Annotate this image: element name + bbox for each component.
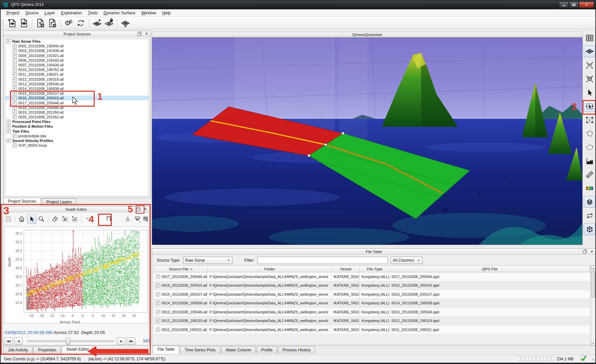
checkbox-checked-icon[interactable]	[13, 44, 17, 48]
view-surface-button[interactable]	[584, 46, 595, 57]
menu-item[interactable]: Exploration	[58, 10, 85, 16]
tree-item[interactable]: 0002_20110308_190940.all	[5, 44, 149, 48]
bottom-tab[interactable]: Profile	[256, 346, 277, 354]
select-object-tool-button[interactable]	[584, 100, 595, 112]
ping-slider[interactable]	[27, 340, 114, 342]
menu-item[interactable]: Window	[138, 10, 159, 16]
close-panel-icon[interactable]: ✕	[142, 207, 148, 212]
checkbox-checked-icon[interactable]	[13, 82, 17, 86]
scene-bounds-tool-button[interactable]	[584, 223, 595, 235]
rotate-view-tool-button[interactable]	[584, 210, 595, 221]
bottom-tab[interactable]: Job Activity	[3, 346, 33, 354]
menu-item[interactable]: Help	[159, 10, 174, 16]
slice-tool-button[interactable]	[104, 214, 114, 224]
checkbox-checked-icon[interactable]	[156, 328, 160, 332]
checkbox-checked-icon[interactable]	[13, 110, 17, 114]
prev-ping-button[interactable]: ◀	[14, 337, 23, 345]
close-panel-icon[interactable]: ✕	[144, 31, 149, 36]
bottom-tab[interactable]: Water Column	[221, 346, 256, 354]
profile-tool-button[interactable]	[584, 155, 595, 167]
checkbox-checked-icon[interactable]	[7, 139, 11, 143]
tree-item[interactable]: 0006_20110308_193043.all	[5, 58, 149, 63]
checkbox-checked-icon[interactable]	[156, 275, 160, 279]
checkbox-checked-icon[interactable]	[13, 134, 17, 138]
checkbox-checked-icon[interactable]	[13, 49, 17, 53]
pointer-tool-button[interactable]	[584, 87, 595, 98]
checkbox-checked-icon[interactable]	[13, 68, 17, 72]
display-options-button[interactable]	[143, 214, 149, 224]
tree-item[interactable]: Processed Point Files	[5, 119, 149, 124]
tree-item[interactable]: 0018_20110308_200946.all	[5, 105, 149, 110]
toolbar-grip[interactable]	[1, 19, 4, 27]
select-polygon-tool-button[interactable]	[584, 128, 595, 139]
table-row[interactable]: 0014_20110308_195838.all F:\QimeraQuicks…	[154, 299, 590, 308]
add-processed-point-files-button[interactable]	[46, 18, 58, 28]
project-sources-header[interactable]: Project Sources ✕	[4, 31, 150, 37]
col-source-file[interactable]: Source File ▲	[154, 266, 208, 272]
tree-item[interactable]: 0016_20110308_200415.all	[5, 96, 149, 100]
file-table-header[interactable]: File Table ✕	[152, 249, 596, 255]
scene-3d-view[interactable]	[152, 37, 583, 245]
tree-item[interactable]: 0017_20110308_200646.all	[5, 100, 149, 105]
colormap-tool-button[interactable]	[584, 182, 595, 194]
measure-tool-button[interactable]	[584, 169, 595, 180]
menu-item[interactable]: Layer	[42, 10, 58, 16]
tree-item[interactable]: Position & Motion Files	[5, 124, 149, 129]
tree-item[interactable]: 0004_20110308_192321.all	[5, 53, 149, 58]
filter-input[interactable]	[257, 257, 388, 264]
select-points-tool-button[interactable]	[584, 114, 595, 126]
checkbox-checked-icon[interactable]	[13, 87, 17, 91]
tree-item[interactable]: 0013_20110308_195546.all	[5, 82, 149, 86]
project-panel-tab[interactable]: Project Sources	[3, 198, 41, 206]
multibeam-display-button[interactable]	[133, 214, 142, 224]
create-project-button[interactable]	[6, 18, 18, 28]
checkbox-checked-icon[interactable]	[156, 310, 160, 314]
add-raw-sonar-files-button[interactable]	[34, 18, 46, 28]
col-qpd-file[interactable]: QPD File	[390, 266, 590, 272]
tree-item[interactable]: 0007_20110308_193436.all	[5, 63, 149, 67]
checkbox-checked-icon[interactable]	[7, 39, 11, 43]
checkbox-checked-icon[interactable]	[13, 143, 17, 147]
last-ping-button[interactable]: ▶▶	[127, 337, 135, 345]
checkbox-checked-icon[interactable]	[156, 301, 160, 305]
export-surface-button[interactable]	[119, 18, 131, 28]
beam-display-button[interactable]	[123, 214, 132, 224]
source-type-combo[interactable]: Raw Sonar▼	[183, 257, 232, 264]
home-view-button[interactable]	[17, 214, 27, 224]
checkbox-checked-icon[interactable]	[7, 129, 11, 133]
checkbox-checked-icon[interactable]	[7, 120, 11, 124]
float-panel-icon[interactable]	[137, 31, 142, 36]
col-vessel[interactable]: Vessel	[332, 266, 360, 272]
tree-item[interactable]: 0020_20110308_201552.all	[5, 115, 149, 119]
tree-item[interactable]: 0014_20110308_195838.all	[5, 86, 149, 91]
swath-scatter-canvas[interactable]	[24, 230, 147, 313]
zoom-extents-button[interactable]	[584, 59, 595, 71]
checkbox-checked-icon[interactable]	[13, 106, 17, 110]
tree-item[interactable]: Sound Velocity Profiles	[5, 138, 149, 143]
minimize-button[interactable]	[559, 2, 569, 8]
bottom-tab[interactable]: File Table	[153, 346, 179, 354]
checkbox-checked-icon[interactable]	[7, 124, 11, 128]
next-ping-button[interactable]: ▶	[117, 337, 125, 345]
checkbox-checked-icon[interactable]	[156, 319, 160, 323]
float-panel-icon[interactable]	[582, 249, 588, 254]
table-row[interactable]: 0015_20110308_200107.all F:\QimeraQuicks…	[154, 290, 590, 299]
checkbox-checked-icon[interactable]	[13, 96, 17, 100]
checkbox-checked-icon[interactable]	[13, 77, 17, 81]
menu-item[interactable]: Project	[3, 10, 22, 16]
columns-combo[interactable]: All Columns▼	[391, 257, 423, 264]
scroll-down-icon[interactable]: ▼	[591, 341, 596, 346]
reject-selection-button[interactable]	[60, 214, 70, 224]
zoom-extents-3d-button[interactable]	[584, 73, 595, 85]
swath-editor-header[interactable]: Swath Editor ✕	[3, 206, 149, 212]
first-ping-button[interactable]: ◀◀	[4, 337, 13, 345]
resize-grip[interactable]: ◢	[592, 357, 594, 361]
table-row[interactable]: 0013_20110308_195546.all F:\QimeraQuicks…	[154, 308, 590, 317]
checkbox-checked-icon[interactable]	[13, 54, 17, 58]
scrollbar-thumb[interactable]	[591, 271, 595, 298]
close-panel-icon[interactable]: ✕	[589, 249, 595, 254]
tree-item[interactable]: 0011_20110308_195021.all	[5, 72, 149, 77]
show-3d-grid-button[interactable]	[584, 196, 595, 208]
scroll-up-icon[interactable]: ▲	[591, 266, 596, 271]
col-folder[interactable]: Folder	[208, 266, 332, 272]
